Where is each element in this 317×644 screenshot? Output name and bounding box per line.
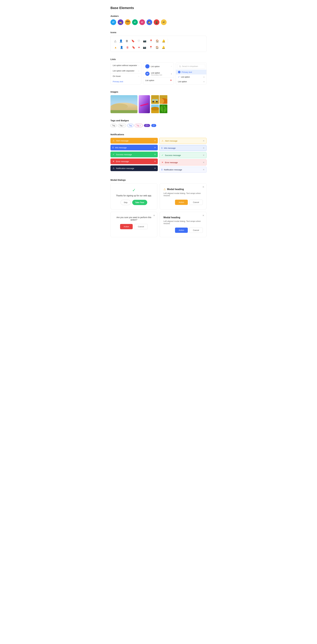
action-button[interactable]: Action [175,228,188,233]
bell-icon: 🔔 [162,39,165,43]
notifications-section: Notifications ⚠ Alert message ✕ ℹ Info m… [110,133,206,173]
tag-closeable-1[interactable]: Tag ✕ [118,124,126,127]
modals-grid: ✓ Thanks for signing up for our web app.… [110,183,206,237]
dropdown-item-plain[interactable]: List option › [176,79,206,84]
notif-close-button[interactable]: ✕ [203,147,204,149]
svg-rect-11 [155,100,158,100]
alert-icon: ⚠ [162,140,164,142]
bell-colored-icon: 🔔 [162,46,165,49]
modal-blue-action: ✕ Modal heading Left aligned modal dialo… [160,212,206,237]
list-item-hover[interactable]: On hover › [110,74,141,79]
close-icon[interactable]: ✕ [202,214,204,217]
dropdown-item-checked[interactable]: ✓ List option › [176,74,206,79]
cancel-button[interactable]: Cancel [189,228,203,233]
tag-blue: Tag [127,124,134,127]
dark-notifications-col: ⚠ Alert message ✕ ℹ Info message ✕ ✓ Suc… [110,138,158,173]
notif-close-button[interactable]: ✕ [154,146,156,149]
images-label: Images [110,90,206,93]
svg-point-0 [179,66,180,67]
images-section: Images [110,90,206,113]
avatar-4[interactable]: AT [132,19,138,25]
modal-heading: ⚠ Modal heading [164,188,203,191]
bookmark-colored-icon: 🔖 [132,46,135,49]
heart-icon: ♡ [138,39,140,43]
notifications-label: Notifications [110,133,206,136]
notif-close-button[interactable]: ✕ [154,167,156,170]
avatar-5[interactable]: AT [139,19,145,25]
tag-close-icon[interactable]: ✕ [123,124,124,126]
page-title: Base Elements [110,6,206,10]
svg-point-12 [152,101,154,102]
tag-pink-closeable[interactable]: Tag ✕ [135,124,143,127]
modal-title: Modal heading [164,216,180,219]
svg-point-19 [151,107,159,110]
close-icon[interactable]: ✕ [202,186,204,188]
avatar-sm: AT [145,72,150,76]
trash-icon: 🗑 [126,40,128,43]
notif-close-button[interactable]: ✕ [203,161,204,164]
confirm-text: Are you sure you want to perform this ac… [114,216,154,221]
list-item-plain[interactable]: List option › [143,63,174,70]
action-button[interactable]: Action [120,224,133,229]
skip-button[interactable]: Skip [120,200,130,205]
avatar-6[interactable]: 🕵️ [146,19,152,25]
avatar-8[interactable]: AT [161,19,166,25]
triangle-colored-icon: ▲ [114,46,117,49]
notif-alert-light: ⚠ Alert message ✕ [159,138,206,144]
home-colored-icon: 🏠 [156,46,159,49]
notif-info-light: ℹ Info message ✕ [159,145,206,151]
list-item-heart[interactable]: List option ♥ [143,78,174,83]
notif-close-button[interactable]: ✕ [154,153,156,156]
list-item-with-sep[interactable]: List option with separator › [110,68,141,74]
modals-section: Modal Dialogs ✓ Thanks for signing up fo… [110,179,206,237]
take-tour-button[interactable]: Take Tour [132,200,147,205]
avatar-2[interactable]: 🧙 [118,19,124,25]
notif-close-button[interactable]: ✕ [203,154,204,156]
landscape-svg [110,95,138,113]
person-colored-icon: 👤 [120,46,123,49]
avatar-list: List option › AT List option Secondary t… [143,62,174,84]
plus-icon: + [178,71,180,73]
tags-label: Tags and Badges [110,119,206,122]
avatars-section: Avatars AT 🧙 🤠 AT AT 🕵️ 🥷 AT [110,15,206,25]
avatar-1[interactable]: AT [110,19,116,25]
cancel-button[interactable]: Cancel [134,224,148,229]
search-dropdown-input[interactable]: Serach in dropdown [177,64,205,69]
badge-more: 27+ [144,124,150,127]
notif-close-button[interactable]: ✕ [154,140,156,142]
notif-close-button[interactable]: ✕ [203,168,204,171]
close-icon[interactable]: ✕ [153,214,155,217]
chevron-right-icon: › [138,70,139,72]
images-grid [110,95,206,113]
icons-container: △ 👤 🗑 🔖 ♡ 📷 📍 🏠 🔔 ▲ 👤 🗑 🔖 ♥ 📷 📍 🏠 🔔 [110,36,206,52]
list-item-avatar-secondary[interactable]: AT List option Secondary text › [143,70,174,78]
icons-label: Icons [110,31,206,34]
lists-grid: List option without separator › List opt… [110,62,206,84]
notif-close-button[interactable]: ✕ [154,160,156,162]
location-icon: 📍 [149,39,153,43]
modal-action-buttons: Action Cancel [164,200,203,205]
home-icon: 🏠 [156,39,159,43]
tag-close-icon[interactable]: ✕ [140,124,141,126]
svg-rect-10 [152,100,155,100]
lists-label: Lists [110,58,206,60]
dunes-svg [160,95,167,104]
cancel-button[interactable]: Cancel [189,200,203,205]
bookmark-icon: 🔖 [131,39,135,43]
icons-colored-row: ▲ 👤 🗑 🔖 ♥ 📷 📍 🏠 🔔 [114,46,165,49]
tag-plain: Tag [110,124,116,127]
tags-row: Tag Tag ✕ Tag Tag ✕ 27+ 27 [110,124,206,127]
list-item-no-sep[interactable]: List option without separator › [110,63,141,68]
modal-action-buttons: Action Cancel [164,228,203,233]
info-icon: ℹ [112,146,114,149]
list-item-primary[interactable]: Primary text [110,79,141,84]
avatar-7[interactable]: 🥷 [154,19,160,25]
dropdown-item-primary[interactable]: + Primary text [176,70,206,74]
car-svg [151,95,159,104]
modal-title: Modal heading [167,188,184,191]
avatar-3[interactable]: 🤠 [125,19,130,25]
action-button[interactable]: Action [175,200,188,205]
modal-body-text: Thanks for signing up for our web app. [114,194,154,197]
notif-close-button[interactable]: ✕ [203,140,204,142]
modal-description: Left aligned modal dialog. Text wraps wh… [164,192,203,197]
